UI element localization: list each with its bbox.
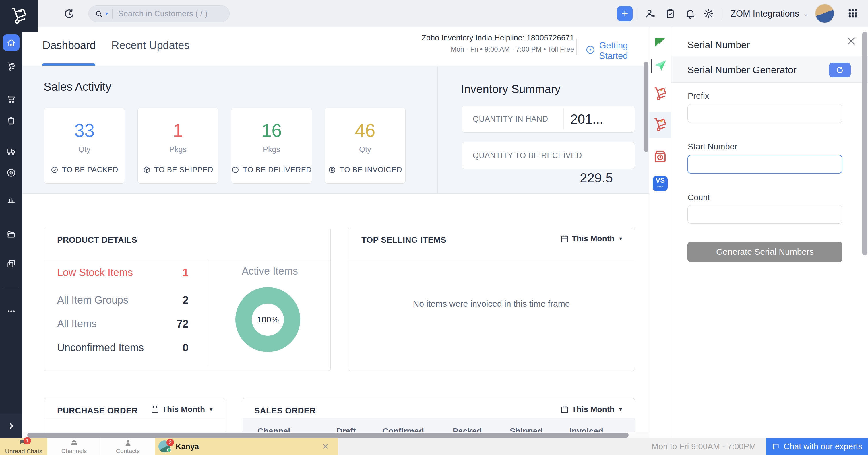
- panel-divider: [44, 260, 330, 260]
- period-label: This Month: [162, 405, 205, 414]
- settings-gear-icon[interactable]: [703, 8, 714, 19]
- notifications-bell-icon[interactable]: [685, 8, 696, 19]
- box-clock-icon[interactable]: [652, 149, 668, 164]
- apps-grid-icon[interactable]: [847, 8, 858, 19]
- purchase-order-period-dropdown[interactable]: This Month ▼: [151, 405, 214, 414]
- horizontal-scrollbar-track: [22, 432, 649, 438]
- unconfirmed-items-link[interactable]: Unconfirmed Items: [57, 342, 144, 354]
- chat-with-experts-button[interactable]: Chat with our experts: [766, 438, 868, 455]
- refresh-button[interactable]: [829, 63, 851, 77]
- zoho-flag-icon[interactable]: [652, 35, 668, 51]
- sidebar-purchases-bag-icon[interactable]: [6, 116, 16, 125]
- prefix-input[interactable]: [687, 104, 842, 123]
- check-circle-icon: [51, 166, 59, 174]
- period-label: This Month: [572, 405, 615, 414]
- inventory-red-dolly-icon-active[interactable]: [652, 117, 668, 133]
- open-chat-tab-kanya[interactable]: 2 Kanya ✕: [155, 438, 338, 455]
- column-header-channel: Channel: [257, 427, 290, 432]
- sidebar-sales-cart-icon[interactable]: [6, 94, 16, 104]
- sidebar-more-ellipsis-icon[interactable]: [6, 306, 16, 316]
- helpline-info: Zoho Inventory India Helpline: 180057266…: [422, 34, 574, 53]
- strip-indicator-bar: [651, 59, 652, 73]
- users-icon[interactable]: [645, 8, 656, 19]
- sidebar-integrations-plug-icon[interactable]: [6, 168, 16, 177]
- low-stock-link[interactable]: Low Stock Items: [57, 266, 133, 279]
- sidebar-copies-icon[interactable]: [6, 259, 16, 268]
- user-avatar[interactable]: [815, 4, 834, 23]
- vertical-scrollbar[interactable]: [644, 62, 648, 152]
- item-groups-link[interactable]: All Item Groups: [57, 294, 128, 306]
- calendar-icon: [151, 405, 159, 414]
- play-circle-icon: [586, 45, 595, 57]
- main-content: Dashboard Recent Updates Zoho Inventory …: [22, 27, 649, 432]
- sales-order-title: SALES ORDER: [254, 406, 316, 415]
- horizontal-scrollbar[interactable]: [27, 433, 629, 438]
- prefix-label: Prefix: [688, 91, 709, 101]
- contacts-tab[interactable]: Contacts: [101, 438, 155, 455]
- active-tab-underline: [42, 63, 95, 66]
- invoice-circle-icon: [328, 166, 336, 174]
- tab-recent-updates[interactable]: Recent Updates: [112, 39, 190, 52]
- plus-icon: +: [621, 7, 628, 20]
- tasks-clipboard-icon[interactable]: [665, 8, 676, 19]
- history-icon[interactable]: [64, 8, 74, 19]
- inventory-red-dolly-icon[interactable]: [652, 86, 668, 102]
- card-to-be-invoiced[interactable]: 46 Qty TO BE INVOICED: [324, 107, 406, 184]
- helpline-number: Zoho Inventory India Helpline: 180057266…: [422, 34, 574, 42]
- quick-create-button[interactable]: +: [617, 6, 632, 21]
- column-header-packed: Packed: [453, 427, 482, 432]
- sidebar-expand-button[interactable]: [0, 414, 22, 438]
- sales-order-period-dropdown[interactable]: This Month ▼: [560, 405, 623, 414]
- quantity-to-receive-card[interactable]: QUANTITY TO BE RECEIVED: [462, 142, 635, 169]
- tab-dashboard[interactable]: Dashboard: [42, 39, 96, 52]
- inventory-dolly-logo-icon: [9, 7, 28, 26]
- close-icon[interactable]: [846, 35, 857, 47]
- chat-unread-badge: 2: [166, 438, 174, 446]
- card-to-be-shipped[interactable]: 1 Pkgs TO BE SHIPPED: [137, 107, 218, 184]
- generate-serial-numbers-button[interactable]: Generate Serial Numbers: [687, 242, 842, 262]
- vs-sublabel: Viewer: [657, 184, 663, 190]
- org-name: ZOM Integrations: [731, 9, 799, 19]
- card-divider: [563, 109, 564, 129]
- close-chat-icon[interactable]: ✕: [322, 442, 329, 451]
- panel-scrollbar[interactable]: [862, 32, 867, 255]
- card-to-be-delivered[interactable]: 16 Pkgs TO BE DELIVERED: [231, 107, 312, 184]
- qty-to-receive-label: QUANTITY TO BE RECEIVED: [462, 151, 582, 160]
- count-input[interactable]: [687, 205, 842, 224]
- getting-started-link[interactable]: Getting Started: [586, 40, 649, 61]
- active-items-donut-chart[interactable]: 100%: [236, 287, 300, 352]
- helpline-hours: Mon - Fri • 9:00 AM - 7:00 PM • Toll Fre…: [422, 45, 574, 53]
- in-transit-circle-icon: [231, 166, 239, 174]
- sidebar-home-icon[interactable]: [6, 38, 16, 47]
- chat-dock-bar: 1 Unread Chats Channels Contacts: [0, 438, 868, 455]
- search-scope-chevron-icon[interactable]: ▾: [105, 10, 108, 17]
- metric-label-row: TO BE DELIVERED: [231, 165, 312, 174]
- unread-chats-tab[interactable]: 1 Unread Chats: [0, 438, 48, 455]
- all-items-link[interactable]: All Items: [57, 318, 97, 330]
- sidebar-documents-folder-icon[interactable]: [6, 229, 16, 239]
- sidebar-shipments-truck-icon[interactable]: [6, 146, 16, 156]
- generator-title: Serial Number Generator: [687, 64, 797, 75]
- topbar-divider: [721, 8, 721, 20]
- generator-section-header: Serial Number Generator: [671, 56, 868, 83]
- global-search[interactable]: ▾: [88, 5, 229, 22]
- topbar-divider: [637, 8, 637, 20]
- top-selling-period-dropdown[interactable]: This Month ▼: [560, 234, 623, 243]
- sidebar-inventory-dolly-icon[interactable]: [6, 62, 16, 71]
- column-header-confirmed: Confirmed: [382, 427, 424, 432]
- getting-started-label: Getting Started: [599, 40, 649, 61]
- start-number-input[interactable]: [687, 155, 842, 173]
- quantity-in-hand-card[interactable]: QUANTITY IN HAND 201...: [462, 105, 635, 133]
- org-selector[interactable]: ZOM Integrations ⌄: [731, 0, 809, 27]
- search-input[interactable]: [118, 9, 215, 19]
- contact-person-icon: [124, 439, 132, 447]
- metric-label-row: TO BE INVOICED: [325, 165, 405, 174]
- chevron-down-icon: ▼: [208, 407, 214, 413]
- app-logo[interactable]: [0, 0, 38, 32]
- sidebar-reports-chart-icon[interactable]: [6, 194, 16, 204]
- paper-plane-icon[interactable]: [652, 58, 668, 73]
- dashboard-lower-section: PRODUCT DETAILS Low Stock Items 1 All It…: [22, 194, 649, 432]
- channels-tab[interactable]: Channels: [48, 438, 101, 455]
- card-to-be-packed[interactable]: 33 Qty TO BE PACKED: [44, 107, 125, 184]
- vs-app-icon[interactable]: VS Viewer: [653, 176, 668, 191]
